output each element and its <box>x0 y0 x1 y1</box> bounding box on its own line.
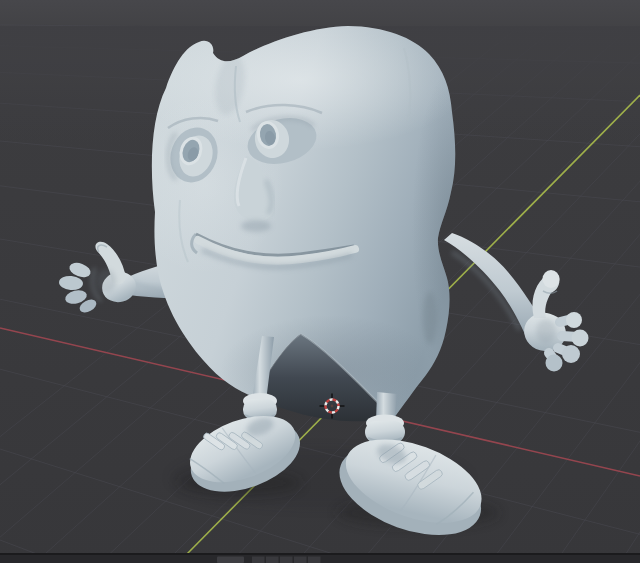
timeline-segment-button[interactable] <box>294 557 307 563</box>
3d-viewport[interactable] <box>0 0 640 563</box>
timeline-segments[interactable] <box>252 557 321 563</box>
timeline-segment-button[interactable] <box>308 557 321 563</box>
timeline-segment-button[interactable] <box>280 557 293 563</box>
timeline-segment-button[interactable] <box>266 557 279 563</box>
bottom-editor-strip[interactable] <box>0 553 640 563</box>
timeline-segment-button[interactable] <box>252 557 265 563</box>
viewport-canvas[interactable] <box>0 0 640 563</box>
editor-divider[interactable] <box>0 553 640 555</box>
hip-groove <box>423 292 437 344</box>
timeline-button[interactable] <box>217 557 244 563</box>
